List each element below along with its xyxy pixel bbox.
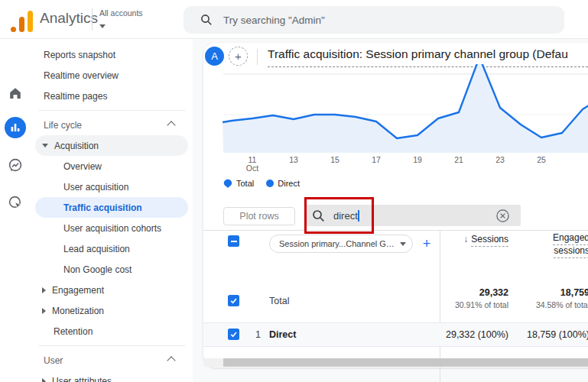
total-series-icon bbox=[223, 179, 232, 189]
expand-arrow-icon[interactable] bbox=[42, 378, 46, 382]
sidebar-item-user[interactable]: User bbox=[35, 350, 188, 371]
total-sessions-cell: 29,332 30.91% of total bbox=[455, 287, 508, 309]
chevron-down-icon bbox=[400, 242, 406, 246]
sidebar-item-label: User bbox=[44, 355, 63, 366]
global-search-bar[interactable] bbox=[184, 6, 564, 34]
x-axis-tick: 13 bbox=[289, 155, 298, 164]
add-comparison-button[interactable]: + bbox=[229, 47, 248, 66]
row-index: 1 bbox=[255, 329, 261, 340]
sidebar-item-acquisition[interactable]: Acquisition bbox=[35, 135, 188, 156]
report-card: A + Traffic acquisition: Session primary… bbox=[203, 43, 588, 367]
sidebar-item-label: Overview bbox=[63, 161, 102, 172]
advertising-icon[interactable] bbox=[5, 192, 26, 213]
column-header-label: Engaged bbox=[553, 232, 588, 245]
account-switcher-label: All accounts bbox=[99, 8, 161, 18]
dimension-selector-value: Session primary...Channel Group) bbox=[279, 239, 395, 248]
column-header-label: Sessions bbox=[471, 234, 508, 247]
sidebar-item-realtime-overview[interactable]: Realtime overview bbox=[35, 65, 188, 86]
x-axis-tick: 21 bbox=[454, 155, 463, 164]
text-cursor bbox=[358, 210, 359, 222]
sidebar-item-overview[interactable]: Overview bbox=[35, 156, 188, 176]
select-all-checkbox[interactable] bbox=[228, 235, 239, 247]
legend-label: Total bbox=[236, 179, 254, 188]
x-axis-tick: 15 bbox=[330, 155, 339, 164]
sidebar-item-label: Realtime pages bbox=[44, 91, 107, 102]
sidebar-item-traffic-acquisition[interactable]: Traffic acquisition bbox=[35, 197, 188, 218]
sidebar-item-lead-acquisition[interactable]: Lead acquisition bbox=[35, 238, 188, 259]
clear-search-icon[interactable] bbox=[496, 209, 509, 222]
analytics-logo-icon[interactable] bbox=[11, 9, 35, 32]
chart-legend: Total Direct bbox=[223, 177, 312, 189]
legend-item-direct: Direct bbox=[266, 179, 300, 188]
sidebar-divider bbox=[39, 345, 185, 346]
sidebar-item-label: User attributes bbox=[52, 376, 112, 382]
sidebar-item-reports-snapshot[interactable]: Reports snapshot bbox=[35, 44, 188, 65]
engaged-total-value: 18,759 bbox=[536, 287, 588, 298]
column-header-label: sessions bbox=[554, 245, 588, 258]
search-icon bbox=[200, 14, 213, 26]
x-axis-tick: 25 bbox=[537, 155, 546, 164]
table-search-input[interactable] bbox=[332, 209, 488, 222]
sidebar-item-label: Acquisition bbox=[54, 141, 99, 151]
app-brand-name: Analytics bbox=[40, 10, 98, 27]
sidebar-item-life-cycle[interactable]: Life cycle bbox=[35, 115, 188, 135]
sidebar-item-user-attributes[interactable]: User attributes bbox=[35, 371, 188, 382]
logo-bar bbox=[19, 17, 24, 32]
sidebar-item-monetization[interactable]: Monetization bbox=[35, 300, 188, 321]
navigation-rail bbox=[0, 38, 31, 382]
table-search-bar[interactable] bbox=[305, 205, 521, 226]
collapse-arrow-icon[interactable] bbox=[42, 144, 48, 147]
account-switcher[interactable]: All accounts bbox=[99, 8, 161, 33]
explore-icon[interactable] bbox=[5, 154, 26, 176]
sidebar-item-label: Retention bbox=[54, 326, 93, 337]
sidebar-item-label: Non Google cost bbox=[63, 264, 132, 275]
table-row-label: Total bbox=[269, 296, 289, 306]
sidebar-item-non-google-cost[interactable]: Non Google cost bbox=[35, 259, 188, 280]
sidebar-item-label: User acquisition cohorts bbox=[63, 223, 161, 234]
chevron-up-icon[interactable] bbox=[167, 121, 175, 129]
top-app-bar: Analytics All accounts bbox=[0, 0, 588, 39]
sidebar-divider bbox=[39, 110, 185, 111]
expand-arrow-icon[interactable] bbox=[42, 308, 46, 314]
sidebar-item-label: Engagement bbox=[52, 285, 104, 296]
x-axis-tick: 17 bbox=[372, 155, 381, 164]
chevron-up-icon[interactable] bbox=[167, 356, 175, 364]
sidebar-item-user-acquisition-cohorts[interactable]: User acquisition cohorts bbox=[35, 218, 188, 238]
logo-bar bbox=[28, 11, 33, 32]
legend-item-total: Total bbox=[223, 179, 254, 189]
sessions-total-percent: 30.91% of total bbox=[455, 300, 508, 309]
row-checkbox-total[interactable] bbox=[228, 295, 239, 306]
divider bbox=[257, 49, 258, 65]
sidebar-item-engagement[interactable]: Engagement bbox=[35, 280, 188, 300]
column-header-engaged-sessions[interactable]: Engaged sessions bbox=[553, 232, 588, 258]
x-axis-tick: 19 bbox=[413, 155, 422, 164]
sidebar-item-label: User acquisition bbox=[63, 182, 128, 193]
divider bbox=[203, 230, 588, 231]
engaged-total-percent: 34.58% of total bbox=[536, 300, 588, 309]
reports-icon[interactable] bbox=[5, 117, 26, 138]
direct-sessions-cell: 29,332 (100%) bbox=[446, 329, 508, 340]
direct-series-icon bbox=[266, 180, 274, 187]
dimension-selector-dropdown[interactable]: Session primary...Channel Group) bbox=[269, 235, 413, 253]
row-checkbox-direct[interactable] bbox=[228, 329, 239, 340]
global-search-input[interactable] bbox=[222, 14, 515, 27]
plot-rows-button[interactable]: Plot rows bbox=[223, 207, 295, 225]
horizontal-scrollbar-thumb[interactable] bbox=[223, 358, 588, 367]
expand-arrow-icon[interactable] bbox=[42, 287, 46, 293]
sidebar-item-label: Life cycle bbox=[44, 120, 82, 131]
legend-label: Direct bbox=[278, 179, 300, 188]
segment-avatar[interactable]: A bbox=[205, 47, 224, 66]
sidebar-item-realtime-pages[interactable]: Realtime pages bbox=[35, 86, 188, 106]
sidebar-item-label: Lead acquisition bbox=[63, 244, 130, 254]
sessions-total-value: 29,332 bbox=[455, 287, 508, 298]
logo-dot bbox=[11, 27, 16, 32]
add-dimension-button[interactable]: + bbox=[419, 235, 434, 253]
home-icon[interactable] bbox=[5, 83, 26, 104]
table-row-label: Direct bbox=[269, 329, 296, 340]
sessions-line-chart[interactable]: 1113151719212325Oct bbox=[204, 64, 588, 173]
column-header-sessions[interactable]: ↓Sessions bbox=[463, 234, 508, 244]
sort-descending-icon: ↓ bbox=[463, 234, 468, 244]
direct-engaged-cell: 18,759 (100%) bbox=[527, 329, 588, 340]
sidebar-item-retention[interactable]: Retention bbox=[35, 321, 188, 342]
sidebar-item-user-acquisition[interactable]: User acquisition bbox=[35, 176, 188, 197]
